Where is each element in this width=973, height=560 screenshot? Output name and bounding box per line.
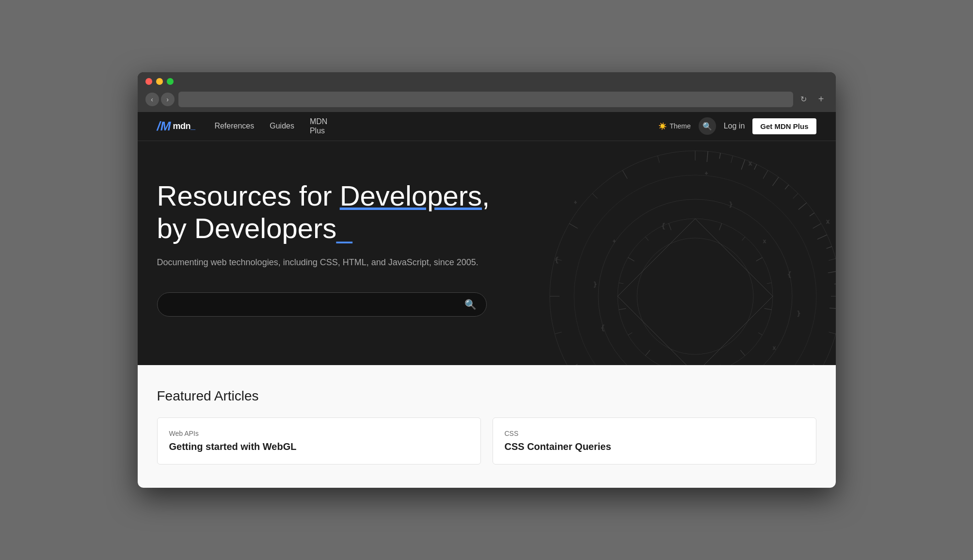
- svg-line-16: [569, 364, 577, 365]
- svg-line-17: [555, 332, 561, 334]
- featured-card-1[interactable]: CSS CSS Container Queries: [493, 417, 816, 464]
- svg-line-62: [669, 365, 670, 365]
- nav-right: ☀️ Theme 🔍 Log in Get MDN Plus: [658, 117, 816, 135]
- get-mdn-plus-button[interactable]: Get MDN Plus: [752, 118, 816, 134]
- svg-line-63: [645, 350, 650, 355]
- svg-line-66: [619, 283, 623, 284]
- svg-line-19: [555, 258, 561, 260]
- new-tab-button[interactable]: +: [814, 93, 828, 106]
- hero-title: Resources for Developers, by Developers_: [157, 180, 496, 244]
- featured-card-0[interactable]: Web APIs Getting started with WebGL: [157, 417, 481, 464]
- minimize-button[interactable]: [156, 78, 163, 85]
- close-button[interactable]: [145, 78, 152, 85]
- nav-mdn-plus[interactable]: MDN Plus: [310, 117, 327, 135]
- svg-line-7: [829, 332, 835, 334]
- svg-line-60: [720, 365, 721, 365]
- svg-text:{: {: [601, 324, 605, 332]
- forward-button[interactable]: ›: [161, 93, 175, 106]
- hero-text: Resources for Developers, by Developers_…: [157, 180, 496, 317]
- svg-text:x: x: [763, 239, 766, 244]
- logo-text: mdn_: [173, 121, 195, 131]
- svg-text:{: {: [787, 271, 791, 278]
- theme-toggle[interactable]: ☀️ Theme: [658, 122, 691, 130]
- svg-line-1: [731, 156, 733, 162]
- svg-text:x: x: [773, 345, 776, 351]
- svg-line-4: [813, 224, 821, 228]
- svg-line-23: [657, 156, 659, 162]
- svg-line-59: [740, 350, 745, 355]
- svg-line-69: [669, 223, 671, 230]
- browser-toolbar: ‹ › ↻ +: [145, 92, 828, 112]
- svg-line-74: [772, 177, 779, 186]
- svg-text:}: }: [729, 201, 733, 208]
- reload-button[interactable]: ↻: [797, 93, 811, 106]
- login-button[interactable]: Log in: [724, 122, 745, 130]
- svg-point-28: [637, 238, 753, 354]
- featured-articles-title: Featured Articles: [157, 388, 816, 404]
- svg-line-64: [628, 333, 632, 335]
- svg-text:x: x: [749, 160, 752, 167]
- svg-line-78: [817, 235, 827, 239]
- site-content: /M mdn_ References Guides MDN Plus ☀️ Th…: [138, 112, 836, 488]
- svg-point-27: [618, 219, 773, 365]
- svg-line-56: [766, 283, 771, 284]
- svg-line-20: [569, 224, 577, 228]
- svg-line-82: [829, 308, 835, 309]
- svg-point-24: [550, 151, 836, 365]
- search-icon: 🔍: [702, 122, 712, 131]
- svg-line-3: [793, 193, 798, 199]
- svg-line-80: [828, 271, 835, 273]
- svg-text:{: {: [555, 256, 558, 264]
- svg-point-25: [574, 175, 816, 365]
- svg-text:+: +: [613, 239, 616, 244]
- nav-buttons: ‹ ›: [145, 93, 175, 106]
- browser-chrome: ‹ › ↻ +: [138, 72, 836, 112]
- svg-line-71: [719, 153, 720, 159]
- svg-line-58: [758, 333, 762, 335]
- svg-line-8: [813, 364, 821, 365]
- svg-line-53: [719, 223, 721, 230]
- back-button[interactable]: ‹: [145, 93, 159, 106]
- card-title-1: CSS Container Queries: [505, 441, 804, 452]
- sun-icon: ☀️: [658, 122, 667, 130]
- svg-line-57: [764, 308, 771, 310]
- svg-text:+: +: [705, 171, 708, 176]
- hero-search-input[interactable]: [167, 300, 459, 309]
- traffic-lights: [145, 78, 828, 87]
- svg-text:x: x: [826, 218, 829, 225]
- nav-guides[interactable]: Guides: [270, 122, 294, 130]
- svg-line-21: [592, 193, 597, 199]
- svg-line-5: [829, 258, 835, 260]
- svg-line-72: [741, 160, 745, 170]
- nav-references[interactable]: References: [214, 122, 254, 130]
- svg-line-81: [834, 284, 835, 284]
- address-bar[interactable]: [178, 92, 793, 107]
- card-category-0: Web APIs: [169, 430, 469, 437]
- logo-icon: /M: [157, 119, 171, 134]
- svg-line-68: [645, 237, 648, 240]
- hero-decoration: { } x { } x { } + { } + x + {: [526, 141, 836, 365]
- card-category-1: CSS: [505, 430, 804, 437]
- svg-line-70: [707, 151, 708, 162]
- featured-section: Featured Articles Web APIs Getting start…: [138, 365, 836, 488]
- search-icon: 🔍: [464, 299, 477, 310]
- svg-line-65: [619, 308, 626, 310]
- hero-subtitle: Documenting web technologies, including …: [157, 256, 496, 269]
- browser-window: ‹ › ↻ + /M mdn_ References Guides MDN Pl…: [138, 72, 836, 488]
- svg-line-22: [622, 170, 627, 178]
- svg-text:{: {: [661, 222, 665, 230]
- svg-text:+: +: [627, 365, 630, 365]
- svg-line-76: [798, 203, 806, 209]
- search-button[interactable]: 🔍: [699, 117, 716, 135]
- svg-line-75: [785, 185, 789, 189]
- svg-line-67: [628, 257, 634, 261]
- hero-search-bar[interactable]: 🔍: [157, 292, 487, 317]
- svg-point-26: [598, 199, 792, 365]
- site-nav: /M mdn_ References Guides MDN Plus ☀️ Th…: [138, 112, 836, 141]
- svg-marker-29: [618, 219, 773, 365]
- mdn-logo[interactable]: /M mdn_: [157, 119, 195, 134]
- svg-line-73: [754, 164, 756, 170]
- maximize-button[interactable]: [167, 78, 174, 85]
- svg-text:+: +: [574, 200, 577, 205]
- svg-line-2: [763, 170, 768, 178]
